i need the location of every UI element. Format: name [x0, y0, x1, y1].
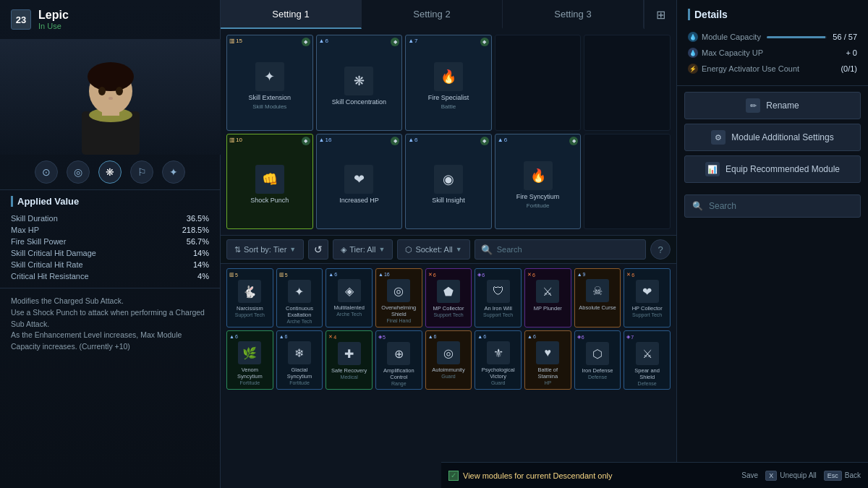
module-grid-card[interactable]: ▲6 ◆ 🔥 Fire Syncytium Fortitude	[495, 134, 582, 230]
rename-button[interactable]: ✏ Rename	[684, 92, 861, 119]
avail-tier-number: 6	[532, 273, 535, 278]
character-level: 23	[11, 9, 31, 30]
avail-tier-icon: ✕	[428, 272, 433, 278]
refresh-button[interactable]: ↺	[308, 239, 328, 260]
module-grid-card[interactable]: ▲16 ◆ ❤ Increased HP	[316, 134, 403, 230]
avail-tier: ▲6	[428, 334, 437, 339]
available-module-card[interactable]: ▲6 ♥ Battle of Stamina HP	[524, 330, 571, 390]
filter-checkbox[interactable]: ✓ View modules for current Descendant on…	[448, 471, 612, 481]
module-grid-card[interactable]: ▲6 ◆ ◉ Skill Insight	[405, 134, 492, 230]
module-name: Fire Syncytium	[514, 193, 562, 201]
avail-icon: ⚔	[536, 280, 559, 303]
right-search[interactable]: 🔍 Search	[684, 194, 861, 218]
stat-label: Skill Critical Hit Rate	[11, 260, 83, 269]
stat-value: 4%	[197, 272, 209, 281]
icon-module[interactable]: ❋	[98, 160, 122, 184]
rename-label: Rename	[766, 100, 799, 111]
unequip-all-control[interactable]: X Unequip All	[765, 471, 817, 481]
icon-flag[interactable]: ⚐	[130, 160, 153, 184]
available-module-card[interactable]: ◈6 🛡 An Iron Will Support Tech	[475, 268, 522, 328]
socket-filter[interactable]: ⬡ Socket: All ▼	[397, 239, 469, 260]
available-module-card[interactable]: ▲16 ◎ Overwhelming Shield Final Hand	[375, 268, 422, 328]
available-module-card[interactable]: ◈5 ⊕ Amplification Control Range	[375, 330, 422, 390]
avail-tier-icon: ✕	[527, 272, 532, 278]
sort-icon: ⇅	[234, 245, 241, 254]
available-module-card[interactable]: ▲6 🌿 Venom Syncytium Fortitude	[226, 330, 273, 390]
avatar-svg	[60, 39, 161, 155]
icon-target[interactable]: ◎	[67, 160, 90, 184]
avail-name: Venom Syncytium	[229, 367, 271, 380]
available-module-card[interactable]: ✕6 ❤ HP Collector Support Tech	[624, 268, 671, 328]
avail-tier-number: 6	[334, 272, 337, 277]
module-grid-card[interactable]: ▥10 ◆ 👊 Shock Punch	[226, 134, 313, 230]
sort-button[interactable]: ⇅ Sort by: Tier ▼	[226, 239, 304, 260]
available-module-card[interactable]: ▲9 ☠ Absolute Curse	[574, 268, 621, 328]
avail-name: Overwhelming Shield	[378, 304, 420, 317]
available-module-card[interactable]: ▲6 ◈ Multitalented Arche Tech	[326, 268, 373, 328]
module-grid-card[interactable]	[584, 35, 671, 131]
tier-filter[interactable]: ◈ Tier: All ▼	[333, 239, 393, 260]
avail-tier: ▥5	[229, 272, 238, 278]
capacity-bar	[767, 36, 827, 38]
module-grid-card[interactable]	[495, 35, 582, 131]
avail-tier: ✕6	[527, 272, 535, 278]
avail-tier-icon: ▲	[527, 334, 532, 339]
module-name: Increased HP	[337, 197, 381, 205]
avail-name: Absolute Curse	[579, 304, 616, 311]
available-module-card[interactable]: ▥5 🐇 Narcissism Support Tech	[226, 268, 273, 328]
tier-number: 10	[236, 137, 242, 143]
available-module-card[interactable]: ◈7 ⚔ Spear and Shield Defense	[624, 330, 671, 390]
avail-tier: ▥5	[279, 272, 288, 278]
icon-star[interactable]: ✦	[162, 160, 185, 184]
avail-tier-number: 6	[434, 334, 437, 339]
module-grid-card[interactable]: ▲7 ◆ 🔥 Fire Specialist Battle	[405, 35, 492, 131]
available-module-card[interactable]: ▥5 ✦ Continuous Exaltation Arche Tech	[276, 268, 323, 328]
available-module-card[interactable]: ▲6 ⚜ Psychological Victory Guard	[475, 330, 522, 390]
stat-label: Skill Critical Hit Damage	[11, 249, 96, 257]
capacity-row: 💧 Module Capacity 56 / 57	[688, 29, 857, 45]
available-module-card[interactable]: ✕4 ✚ Safe Recovery Medical	[326, 330, 373, 390]
avail-type: Guard	[491, 380, 505, 385]
avail-name: HP Collector	[632, 305, 663, 312]
available-module-card[interactable]: ✕6 ⚔ MP Plunder	[524, 268, 571, 328]
avail-icon: ✦	[288, 280, 311, 303]
available-module-card[interactable]: ▲6 ❄ Glacial Syncytium Fortitude	[276, 330, 323, 390]
stat-value: 218.5%	[182, 226, 209, 234]
module-grid-card[interactable]: ▥15 ◆ ✦ Skill Extension Skill Modules	[226, 35, 313, 131]
grid-view-button[interactable]: ⊞	[644, 0, 676, 29]
search-box[interactable]: 🔍 Search	[475, 239, 646, 260]
main-panel: Setting 1 Setting 2 Setting 3 ⊞ ▥15 ◆ ✦ …	[221, 0, 676, 488]
available-module-card[interactable]: ▲6 ◎ Autoimmunity Guard	[425, 330, 472, 390]
svg-point-4	[88, 62, 134, 91]
sort-label: Sort by: Tier	[244, 245, 286, 254]
socket-icon: ◆	[480, 137, 489, 145]
module-name: Skill Insight	[430, 197, 467, 205]
back-key: Esc	[824, 471, 842, 481]
additional-settings-button[interactable]: ⚙ Module Additional Settings	[684, 124, 861, 151]
back-control[interactable]: Esc Back	[824, 471, 861, 481]
available-module-card[interactable]: ◈6 ⬡ Iron Defense Defense	[574, 330, 621, 390]
tab-setting1[interactable]: Setting 1	[221, 0, 362, 29]
tab-setting3[interactable]: Setting 3	[503, 0, 644, 29]
avail-tier: ▲16	[378, 272, 390, 277]
avail-name: Safe Recovery	[331, 367, 367, 374]
help-button[interactable]: ?	[650, 239, 671, 260]
avail-tier: ▲6	[328, 272, 337, 277]
module-grid-card[interactable]	[584, 134, 671, 230]
capacity-bar-fill	[767, 36, 825, 38]
icon-watch[interactable]: ⊙	[35, 160, 58, 184]
equip-recommended-button[interactable]: 📊 Equip Recommended Module	[684, 155, 861, 183]
action-buttons: ✏ Rename ⚙ Module Additional Settings 📊 …	[677, 86, 868, 189]
tier-badge: ▲6	[498, 137, 507, 143]
avail-tier: ✕4	[328, 334, 336, 340]
avail-name: Glacial Syncytium	[279, 367, 320, 380]
description-text: Modifies the Charged Sub Attack.Use a Sh…	[11, 296, 205, 351]
available-module-card[interactable]: ✕6 ⬟ MP Collector Support Tech	[425, 268, 472, 328]
module-grid-card[interactable]: ▲6 ◆ ❋ Skill Concentration	[316, 35, 403, 131]
avail-tier-number: 6	[533, 334, 536, 339]
avail-tier-icon: ▲	[229, 334, 234, 339]
save-control[interactable]: Save	[741, 471, 758, 479]
max-capacity-text: Max Capacity UP	[702, 48, 763, 57]
right-search-icon: 🔍	[692, 201, 703, 211]
tab-setting2[interactable]: Setting 2	[362, 0, 503, 29]
